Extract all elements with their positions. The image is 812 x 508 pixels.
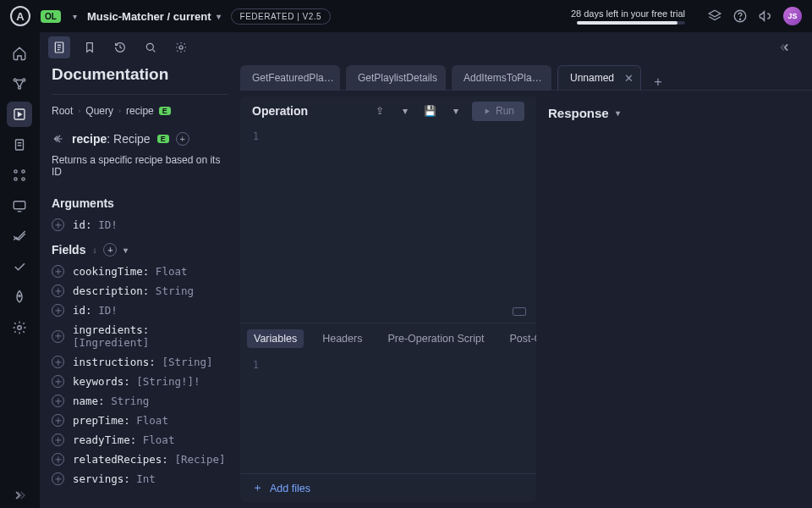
tabs-row: GetFeaturedPla…GetPlaylistDetailsAddItem…	[240, 62, 812, 90]
entity-badge: E	[157, 135, 169, 143]
chevron-right-icon: ›	[118, 107, 121, 115]
add-field-icon[interactable]	[52, 265, 64, 278]
project-selector[interactable]: Music-Matcher / current ▾	[87, 10, 221, 23]
operation-column: Operation ⇪ ▾ 💾 ▾ Run 1	[240, 97, 536, 502]
rail-insights-icon[interactable]	[7, 224, 32, 249]
crumb-leaf: recipe	[126, 105, 154, 117]
bookmark-icon[interactable]	[79, 36, 101, 58]
rail-subgraphs-icon[interactable]	[7, 163, 32, 188]
add-field-icon[interactable]	[52, 356, 64, 368]
add-field-icon[interactable]	[52, 304, 64, 317]
help-icon[interactable]	[732, 8, 748, 24]
add-field-icon[interactable]: +	[103, 243, 117, 257]
svg-point-10	[22, 178, 25, 180]
field-row[interactable]: keywords: [String!]!	[52, 375, 228, 388]
rail-schema-icon[interactable]	[7, 71, 32, 97]
collapse-sidebar-icon[interactable]	[775, 36, 797, 58]
workbench: GetFeaturedPla…GetPlaylistDetailsAddItem…	[240, 62, 812, 508]
sort-icon[interactable]: ↓	[92, 246, 96, 255]
add-field-icon[interactable]	[52, 453, 64, 466]
add-files-button[interactable]: ＋ Add files	[240, 473, 536, 502]
add-field-icon[interactable]	[52, 414, 64, 427]
rail-explorer-icon[interactable]	[7, 102, 32, 127]
field-row[interactable]: readyTime: Float	[52, 433, 228, 446]
rail-launches-icon[interactable]	[7, 284, 32, 310]
rail-clients-icon[interactable]	[7, 193, 32, 218]
trial-text: 28 days left in your free trial	[571, 8, 685, 19]
history-icon[interactable]	[109, 36, 131, 58]
chevron-down-icon[interactable]: ▾	[123, 246, 128, 255]
main: Documentation Root › Query › recipe E re…	[0, 32, 812, 508]
graph-icon[interactable]	[707, 8, 722, 24]
breadcrumb: Root › Query › recipe E	[52, 105, 228, 117]
svg-point-9	[14, 178, 17, 180]
close-icon[interactable]: ✕	[624, 72, 634, 85]
save-icon[interactable]: 💾	[421, 102, 440, 120]
keyboard-hint-icon[interactable]	[513, 307, 526, 316]
add-field-icon[interactable]	[52, 433, 64, 446]
rail-expand-icon[interactable]	[7, 483, 32, 508]
field-row[interactable]: ingredients: [Ingredient]	[52, 323, 228, 349]
field-row[interactable]: cookingTime: Float	[52, 265, 228, 278]
add-field-icon[interactable]	[52, 395, 64, 407]
new-tab-button[interactable]: +	[647, 75, 669, 90]
add-entity-icon[interactable]: +	[176, 132, 189, 146]
svg-point-13	[18, 326, 22, 330]
add-field-icon[interactable]	[52, 472, 64, 485]
megaphone-icon[interactable]	[758, 8, 773, 24]
svg-point-12	[19, 295, 20, 296]
rail-home-icon[interactable]	[7, 41, 32, 66]
chevron-down-icon[interactable]: ▾	[396, 102, 414, 120]
svg-rect-11	[14, 202, 25, 209]
field-row[interactable]: description: String	[52, 284, 228, 297]
operation-tab[interactable]: GetFeaturedPla…	[240, 65, 340, 90]
field-row[interactable]: prepTime: Float	[52, 414, 228, 427]
search-icon[interactable]	[140, 36, 162, 58]
svg-point-3	[23, 79, 25, 81]
argument-row[interactable]: id: ID!	[52, 218, 228, 231]
entity-heading: recipe: Recipe	[72, 132, 151, 146]
chevron-down-icon[interactable]: ▾	[447, 102, 465, 120]
svg-point-4	[19, 86, 21, 89]
add-field-icon[interactable]	[52, 375, 64, 388]
response-title[interactable]: Response ▾	[548, 106, 800, 120]
add-argument-icon[interactable]	[52, 218, 64, 231]
rail-clipboard-icon[interactable]	[7, 132, 32, 157]
docs-tab-icon[interactable]	[48, 36, 70, 58]
variables-tab[interactable]: Headers	[315, 329, 369, 348]
brand-logo[interactable]: A	[10, 6, 30, 26]
operation-tab[interactable]: Unnamed✕	[557, 65, 641, 90]
back-arrow-icon[interactable]	[52, 132, 65, 146]
add-field-icon[interactable]	[52, 330, 64, 343]
field-row[interactable]: servings: Int	[52, 472, 228, 485]
chevron-down-icon[interactable]: ▾	[73, 12, 77, 21]
field-row[interactable]: id: ID!	[52, 304, 228, 317]
operation-editor[interactable]: 1	[240, 125, 536, 323]
field-row[interactable]: name: String	[52, 395, 228, 407]
field-row[interactable]: relatedRecipes: [Recipe]	[52, 453, 228, 466]
entity-name: recipe	[72, 132, 107, 146]
svg-point-8	[22, 170, 25, 173]
crumb-query[interactable]: Query	[85, 105, 113, 117]
variables-tab[interactable]: Pre-Operation Script	[381, 329, 491, 348]
crumb-root[interactable]: Root	[52, 105, 73, 117]
run-button[interactable]: Run	[472, 102, 524, 121]
gear-icon[interactable]	[170, 36, 192, 58]
variables-tab[interactable]: Variables	[247, 329, 304, 348]
operation-tab[interactable]: AddItemsToPla…	[452, 65, 551, 90]
line-number: 1	[240, 359, 267, 468]
avatar[interactable]: JS	[783, 7, 802, 25]
app-header: A OL ▾ Music-Matcher / current ▾ FEDERAT…	[0, 0, 812, 32]
variables-tab[interactable]: Post-Operation Script	[502, 329, 536, 348]
field-row[interactable]: instructions: [String]	[52, 356, 228, 368]
org-badge[interactable]: OL	[41, 10, 61, 23]
variables-editor[interactable]: 1	[240, 354, 536, 473]
share-icon[interactable]: ⇪	[370, 102, 389, 120]
rail-checks-icon[interactable]	[7, 254, 32, 279]
rail-settings-icon[interactable]	[7, 315, 32, 340]
add-field-icon[interactable]	[52, 284, 64, 297]
plus-icon: ＋	[252, 481, 263, 495]
svg-point-15	[146, 43, 153, 50]
svg-point-16	[179, 46, 183, 49]
operation-tab[interactable]: GetPlaylistDetails	[346, 65, 446, 90]
